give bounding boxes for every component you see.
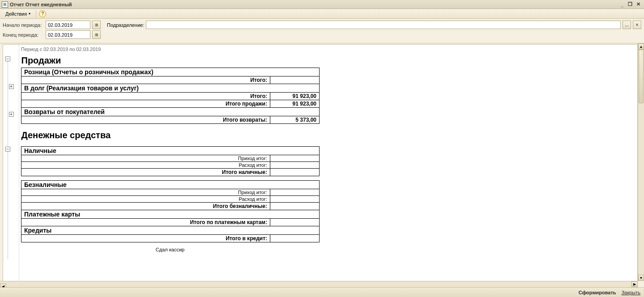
- sales-total-value: 91 923,00: [270, 100, 320, 108]
- close-button[interactable]: Закрыть: [622, 290, 640, 295]
- cards-header: Платежные карты: [21, 210, 320, 219]
- filter-panel: Начало периода: ▦ Подразделение: ... × К…: [0, 19, 644, 43]
- cash-income-value: [270, 155, 320, 162]
- restore-button[interactable]: ❐: [626, 1, 634, 8]
- titlebar: ▦ Отчет Отчет ежедневный _ ❐ ✕: [0, 0, 644, 9]
- report-container: − + + − Период с 02.03.2019 по 02.03.201…: [3, 44, 638, 286]
- end-period-input[interactable]: [46, 30, 90, 39]
- noncash-expense-value: [270, 196, 320, 203]
- noncash-header: Безналичные: [21, 181, 320, 189]
- department-input[interactable]: [146, 21, 621, 29]
- debt-total-value: 91 923,00: [270, 93, 320, 100]
- vertical-scrollbar[interactable]: ▲ ▼: [638, 43, 644, 281]
- expand-returns-icon[interactable]: +: [9, 112, 14, 117]
- retail-total-value: [270, 76, 320, 84]
- money-header: Денежные средства: [21, 128, 320, 142]
- signature-text: Сдал кассир: [21, 242, 319, 252]
- help-icon[interactable]: ?: [39, 10, 46, 17]
- department-label: Подразделение:: [107, 22, 144, 28]
- retail-total-label: Итого:: [21, 76, 270, 84]
- department-select-button[interactable]: ...: [623, 21, 631, 29]
- start-period-label: Начало периода:: [3, 22, 44, 28]
- scroll-left-icon[interactable]: ◀: [0, 284, 6, 287]
- cash-income-label: Приход итог:: [21, 155, 270, 162]
- cash-expense-value: [270, 162, 320, 169]
- debt-total-label: Итого:: [21, 93, 270, 100]
- cash-header: Наличные: [21, 147, 320, 155]
- scroll-up-icon[interactable]: ▲: [638, 43, 644, 50]
- noncash-total-value: [270, 203, 320, 210]
- noncash-income-value: [270, 189, 320, 196]
- content-area: − + + − Период с 02.03.2019 по 02.03.201…: [0, 43, 644, 287]
- cards-total-label: Итого по платежным картам:: [21, 219, 270, 226]
- report-table: Продажи Розница (Отчеты о розничных прод…: [21, 54, 320, 242]
- end-period-calendar-button[interactable]: ▦: [92, 30, 101, 39]
- expand-debt-icon[interactable]: +: [9, 84, 14, 89]
- start-period-input[interactable]: [46, 21, 90, 29]
- retail-header: Розница (Отчеты о розничных продажах): [21, 68, 320, 76]
- scroll-right-icon[interactable]: ▶: [631, 281, 638, 287]
- outline-gutter: − + + −: [3, 45, 19, 286]
- returns-header: Возвраты от покупателей: [21, 108, 320, 116]
- cash-total-value: [270, 169, 320, 176]
- close-window-button[interactable]: ✕: [634, 1, 642, 8]
- scroll-thumb[interactable]: [639, 50, 644, 103]
- returns-total-label: Итого возвраты:: [21, 116, 270, 124]
- horizontal-scrollbar[interactable]: ◀ ▶: [0, 281, 638, 287]
- footer-bar: Сформировать Закрыть: [0, 287, 644, 297]
- sales-total-label: Итого продажи:: [21, 100, 270, 108]
- period-text: Период с 02.03.2019 по 02.03.2019: [21, 47, 635, 52]
- collapse-sales-icon[interactable]: −: [5, 56, 10, 61]
- cash-expense-label: Расход итог:: [21, 162, 270, 169]
- minimize-button[interactable]: _: [618, 1, 626, 8]
- end-period-label: Конец периода:: [3, 32, 44, 38]
- credits-total-label: Итого в кредит:: [21, 235, 270, 242]
- cards-total-value: [270, 219, 320, 226]
- credits-header: Кредиты: [21, 226, 320, 235]
- department-clear-button[interactable]: ×: [633, 21, 641, 29]
- debt-header: В долг (Реализация товаров и услуг): [21, 84, 320, 93]
- toolbar: Действия ?: [0, 9, 644, 19]
- start-period-calendar-button[interactable]: ▦: [92, 21, 101, 29]
- collapse-money-icon[interactable]: −: [5, 147, 10, 152]
- noncash-income-label: Приход итог:: [21, 189, 270, 196]
- window-title: Отчет Отчет ежедневный: [10, 2, 72, 7]
- app-icon: ▦: [2, 1, 8, 8]
- returns-total-value: 5 373,00: [270, 116, 320, 124]
- credits-total-value: [270, 235, 320, 242]
- cash-total-label: Итого наличные:: [21, 169, 270, 176]
- noncash-expense-label: Расход итог:: [21, 196, 270, 203]
- generate-button[interactable]: Сформировать: [579, 290, 616, 295]
- sales-header: Продажи: [21, 54, 320, 68]
- scroll-down-icon[interactable]: ▼: [638, 275, 644, 281]
- noncash-total-label: Итого безналичные:: [21, 203, 270, 210]
- report-body: Период с 02.03.2019 по 02.03.2019 Продаж…: [19, 45, 637, 286]
- actions-menu[interactable]: Действия: [3, 10, 33, 17]
